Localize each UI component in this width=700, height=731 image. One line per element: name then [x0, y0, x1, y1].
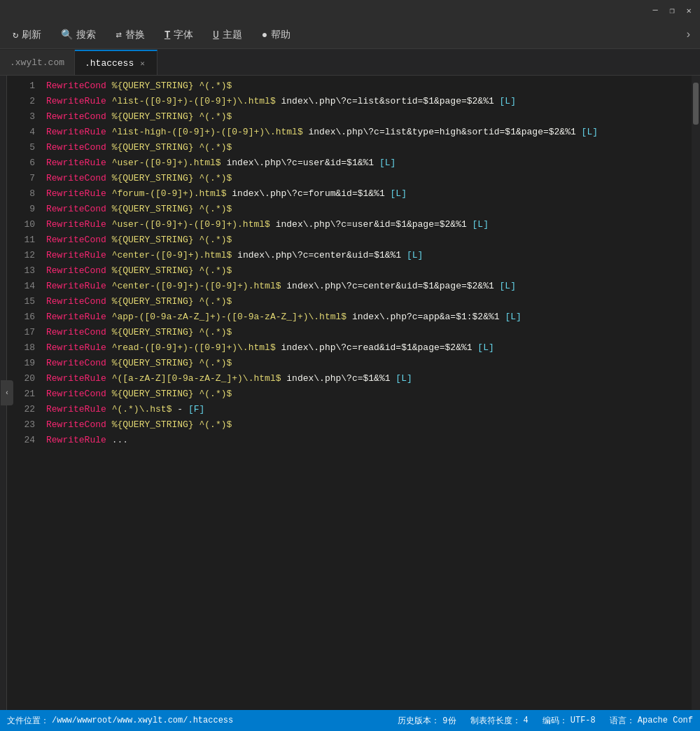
line-number: 4 — [7, 125, 35, 140]
code-line: RewriteCond %{QUERY_STRING} ^(.*)$ — [46, 109, 692, 125]
code-line: RewriteRule ^forum-([0-9]+).html$ index\… — [46, 186, 692, 202]
status-language-value: Apache Conf — [638, 716, 693, 725]
replace-icon: ⇄ — [115, 29, 121, 41]
line-number: 9 — [7, 202, 35, 217]
code-line: RewriteCond %{QUERY_STRING} ^(.*)$ — [46, 263, 692, 279]
status-encoding-label: 编码： — [542, 715, 568, 727]
code-line: RewriteCond %{QUERY_STRING} ^(.*)$ — [46, 417, 692, 433]
code-line: RewriteCond %{QUERY_STRING} ^(.*)$ — [46, 387, 692, 402]
menu-search[interactable]: 🔍 搜索 — [51, 25, 106, 46]
code-line: RewriteRule ^app-([0-9a-zA-Z_]+)-([0-9a-… — [46, 309, 692, 325]
sidebar: ‹ — [0, 76, 7, 710]
line-number: 12 — [7, 248, 35, 263]
code-line: RewriteCond %{QUERY_STRING} ^(.*)$ — [46, 356, 692, 371]
code-line: RewriteRule ^list-high-([0-9]+)-([0-9]+)… — [46, 125, 692, 140]
menu-right-arrow[interactable]: › — [679, 25, 697, 46]
menu-theme-label: 主题 — [223, 29, 242, 41]
status-history: 历史版本： 9份 — [398, 715, 456, 727]
menu-help-label: 帮助 — [271, 29, 290, 41]
code-line: RewriteRule ^list-([0-9]+)-([0-9]+)\.htm… — [46, 94, 692, 109]
status-file-path: 文件位置： /www/wwwroot/www.xwylt.com/.htacce… — [7, 715, 233, 727]
status-language-label: 语言： — [610, 715, 635, 727]
line-number: 7 — [7, 171, 35, 186]
menu-replace-label: 替换 — [125, 29, 145, 41]
close-button[interactable]: ✕ — [683, 5, 694, 16]
code-line: RewriteRule ^center-([0-9]+).html$ index… — [46, 248, 692, 263]
status-history-value: 9份 — [442, 715, 456, 727]
line-number: 14 — [7, 279, 35, 294]
line-number: 15 — [7, 294, 35, 309]
code-line: RewriteRule ^(.*)\.hst$ - [F] — [46, 402, 692, 417]
status-language: 语言： Apache Conf — [610, 715, 693, 727]
line-number: 3 — [7, 109, 35, 125]
line-number: 8 — [7, 186, 35, 202]
code-line: RewriteCond %{QUERY_STRING} ^(.*)$ — [46, 202, 692, 217]
line-number: 17 — [7, 325, 35, 340]
menu-replace[interactable]: ⇄ 替换 — [106, 25, 154, 46]
tab-htaccess[interactable]: .htaccess ✕ — [75, 50, 158, 75]
line-number: 24 — [7, 433, 35, 448]
line-number: 18 — [7, 340, 35, 356]
restore-button[interactable]: ❐ — [666, 5, 678, 16]
code-line: RewriteCond %{QUERY_STRING} ^(.*)$ — [46, 140, 692, 155]
menubar: ↻ 刷新 🔍 搜索 ⇄ 替换 T 字体 U 主题 ● 帮助 › — [0, 21, 700, 49]
code-line: RewriteRule ... — [46, 433, 692, 448]
line-number: 13 — [7, 263, 35, 279]
line-number: 5 — [7, 140, 35, 155]
code-line: RewriteRule ^user-([0-9]+)-([0-9]+).html… — [46, 217, 692, 232]
status-tab-size: 制表符长度： 4 — [470, 715, 528, 727]
tab-htaccess-label: .htaccess — [85, 58, 134, 69]
menu-theme[interactable]: U 主题 — [203, 25, 251, 46]
status-file-path-value: /www/wwwroot/www.xwylt.com/.htaccess — [52, 716, 233, 725]
code-line: RewriteCond %{QUERY_STRING} ^(.*)$ — [46, 78, 692, 94]
line-number: 6 — [7, 155, 35, 171]
tabbar: .xwylt.com .htaccess ✕ — [0, 49, 700, 76]
menu-search-label: 搜索 — [76, 29, 96, 41]
code-content[interactable]: RewriteCond %{QUERY_STRING} ^(.*)$Rewrit… — [42, 76, 692, 710]
editor-main: 123456789101112131415161718192021222324 … — [7, 76, 700, 710]
minimize-button[interactable]: — — [650, 5, 661, 16]
line-number: 23 — [7, 417, 35, 433]
code-line: RewriteRule ^center-([0-9]+)-([0-9]+).ht… — [46, 279, 692, 294]
menu-refresh-label: 刷新 — [22, 29, 41, 41]
tab-site-label: .xwylt.com — [10, 57, 64, 68]
sidebar-collapse-button[interactable]: ‹ — [1, 380, 13, 405]
search-icon: 🔍 — [61, 29, 73, 41]
code-line: RewriteCond %{QUERY_STRING} ^(.*)$ — [46, 325, 692, 340]
menu-font-label: 字体 — [174, 29, 193, 41]
code-line: RewriteRule ^read-([0-9]+)-([0-9]+)\.htm… — [46, 340, 692, 356]
code-line: RewriteCond %{QUERY_STRING} ^(.*)$ — [46, 232, 692, 248]
refresh-icon: ↻ — [13, 29, 18, 41]
line-number: 11 — [7, 232, 35, 248]
code-line: RewriteCond %{QUERY_STRING} ^(.*)$ — [46, 294, 692, 309]
status-file-path-label: 文件位置： — [7, 715, 49, 727]
status-tab-label: 制表符长度： — [470, 715, 521, 727]
scrollbar-thumb[interactable] — [693, 83, 699, 125]
editor-container: ‹ 12345678910111213141516171819202122232… — [0, 76, 700, 710]
code-line: RewriteRule ^user-([0-9]+).html$ index\.… — [46, 155, 692, 171]
status-encoding: 编码： UTF-8 — [542, 715, 596, 727]
tab-htaccess-close[interactable]: ✕ — [138, 58, 147, 69]
menu-font[interactable]: T 字体 — [155, 25, 203, 46]
scrollbar-track[interactable] — [692, 76, 700, 710]
line-number: 2 — [7, 94, 35, 109]
menu-help[interactable]: ● 帮助 — [252, 25, 300, 46]
status-history-label: 历史版本： — [398, 715, 440, 727]
help-icon: ● — [262, 29, 267, 41]
code-line: RewriteRule ^([a-zA-Z][0-9a-zA-Z_]+)\.ht… — [46, 371, 692, 387]
status-encoding-value: UTF-8 — [570, 716, 596, 725]
status-tab-value: 4 — [524, 716, 528, 725]
tab-site[interactable]: .xwylt.com — [0, 50, 75, 75]
font-icon: T — [164, 29, 170, 41]
code-line: RewriteCond %{QUERY_STRING} ^(.*)$ — [46, 171, 692, 186]
line-number: 19 — [7, 356, 35, 371]
line-number: 10 — [7, 217, 35, 232]
menu-refresh[interactable]: ↻ 刷新 — [3, 25, 51, 46]
theme-icon: U — [213, 29, 218, 41]
line-number: 16 — [7, 309, 35, 325]
line-number: 1 — [7, 78, 35, 94]
statusbar: 文件位置： /www/wwwroot/www.xwylt.com/.htacce… — [0, 710, 700, 731]
titlebar: — ❐ ✕ — [0, 0, 700, 21]
